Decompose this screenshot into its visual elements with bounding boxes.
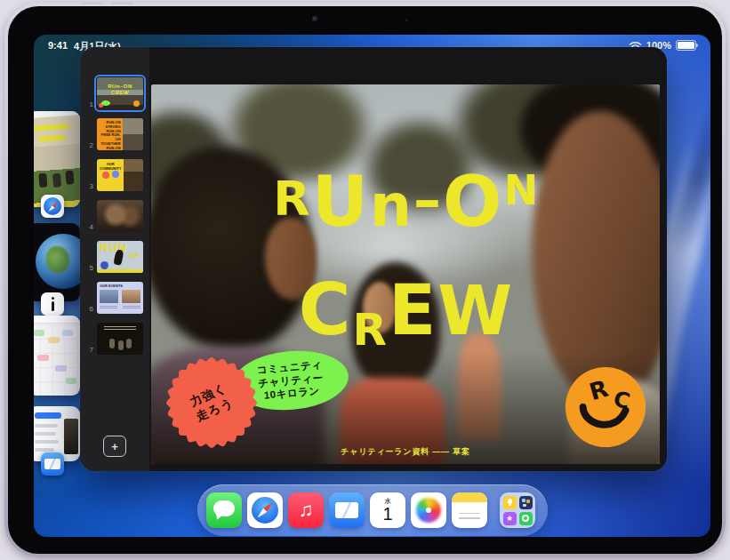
calendar-app-icon[interactable]: 水1 [370, 492, 405, 528]
slide-thumbnail-6[interactable]: OUR EVENTS [97, 282, 143, 314]
slide-thumbnail-row: 2RUN-ON STRONG RUN-ON FREE RUN-ON TOGETH… [85, 118, 149, 150]
title-letter: N [503, 149, 538, 231]
title-letter: C [299, 266, 351, 355]
stage-window-safari[interactable] [34, 111, 80, 207]
title-letter: U [312, 161, 368, 243]
mail-message-preview [64, 419, 78, 454]
slide-number: 1 [85, 100, 93, 109]
folder-app-icon[interactable] [500, 492, 535, 528]
calendar-toolbar [34, 316, 80, 324]
title-letter: R [273, 158, 310, 240]
title-letter: R [353, 285, 388, 374]
slide-number: 6 [85, 305, 93, 314]
volume-down-button [111, 2, 134, 4]
slide-navigator: 1RUn–ONCREW2RUN-ON STRONG RUN-ON FREE RU… [80, 47, 149, 471]
slide-thumbnail-row: 1RUn–ONCREW [85, 77, 149, 109]
keynote-window: Run-On Crew資料 [80, 47, 667, 471]
front-sensor [405, 19, 408, 21]
slide-number: 3 [85, 182, 93, 191]
front-camera [312, 16, 318, 22]
wallpaper-streak [665, 89, 710, 265]
slide-thumbnail-4[interactable] [97, 200, 143, 232]
notes-app-icon[interactable] [452, 492, 487, 528]
slide-caption[interactable]: チャリティーラン資料 ―― 草案 [151, 446, 660, 458]
clock: 9:41 [48, 40, 68, 53]
stage-window-calendar[interactable] [34, 316, 80, 396]
title-letter: – [413, 159, 441, 241]
title-letter: W [437, 267, 512, 356]
slide-number: 2 [85, 141, 93, 150]
slide-thumbnail-row: 6OUR EVENTS [85, 282, 149, 314]
ring-mini-icon [519, 512, 533, 525]
title-letter: n [370, 165, 412, 247]
ipad-device-photo: 9:41 4月1日(水) 100% [0, 0, 730, 560]
safari-page-preview [34, 115, 80, 207]
messages-app-icon[interactable] [206, 492, 242, 528]
mail-compose-pill [35, 412, 61, 419]
slide-thumbnail-1[interactable]: RUn–ONCREW [97, 77, 143, 109]
slide-1-canvas[interactable]: RUn–ON CREW コミュニティチャリティー10キロラン [151, 84, 660, 464]
slide-thumbnail-row: 5RUN10K [85, 241, 149, 273]
slide-thumbnail-row: 7 [85, 323, 149, 355]
rc-smiley-logo[interactable]: R C [564, 365, 647, 449]
title-letter: E [389, 266, 436, 355]
safari-app-icon[interactable] [247, 492, 283, 528]
grid-mini-icon [519, 496, 533, 509]
maps-landmass [46, 246, 69, 273]
bulb-mini-icon [503, 496, 517, 509]
mail-app-icon[interactable] [329, 492, 365, 528]
calendar-day: 1 [382, 506, 392, 523]
slide-number: 7 [85, 346, 93, 355]
ipad-bezel: 9:41 4月1日(水) 100% [8, 6, 722, 554]
slide-thumbnail-7[interactable] [97, 323, 143, 355]
ipad-frame: 9:41 4月1日(水) 100% [4, 3, 726, 557]
starburst-sticker[interactable]: 力強く走ろう [165, 356, 258, 449]
slide-canvas: RUn–ON CREW コミュニティチャリティー10キロラン [149, 47, 667, 471]
slide-number: 4 [85, 223, 93, 232]
ipad-screen: 9:41 4月1日(水) 100% [34, 35, 710, 537]
slide-title-text[interactable]: RUn–ON CREW [151, 161, 660, 374]
white-app-badge[interactable] [41, 292, 64, 316]
star-mini-icon [503, 512, 517, 525]
mail-app-badge[interactable] [41, 452, 64, 476]
dock: 水1 [197, 484, 548, 536]
slide-thumbnail-row: 4 [85, 200, 149, 232]
slide-thumbnail-3[interactable]: OUR COMMUNITY [97, 159, 143, 191]
volume-up-button [81, 2, 104, 4]
safari-app-badge[interactable] [41, 195, 64, 218]
music-app-icon[interactable] [288, 492, 324, 528]
add-slide-button[interactable]: + [103, 436, 126, 457]
photos-app-icon[interactable] [411, 492, 446, 528]
title-letter: O [443, 161, 501, 243]
slide-number: 5 [85, 264, 93, 273]
stage-window-maps[interactable] [34, 223, 80, 301]
slide-thumbnail-row: 3OUR COMMUNITY [85, 159, 149, 191]
slide-thumbnail-5[interactable]: RUN10K [97, 241, 143, 273]
battery-icon [676, 40, 696, 51]
slide-thumbnail-2[interactable]: RUN-ON STRONG RUN-ON FREE RUN-ON TOGETHE… [97, 118, 143, 150]
